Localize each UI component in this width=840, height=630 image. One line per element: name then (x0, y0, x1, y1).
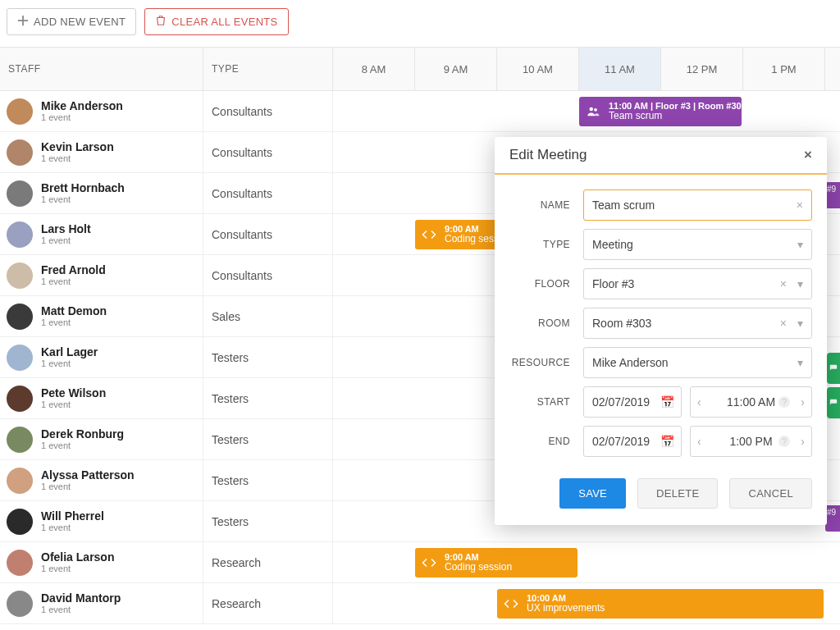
timeline-cell[interactable]: 9:00 AMCoding session (333, 542, 840, 582)
name-label: NAME (509, 199, 583, 211)
avatar (7, 262, 33, 289)
event-label: Team scrum (609, 111, 742, 121)
staff-row: Ofelia Larson 1 event Research 9:00 AMCo… (0, 542, 840, 583)
code-icon (504, 596, 518, 611)
type-select[interactable]: Meeting▾ (583, 229, 812, 260)
staff-name: David Mantorp (41, 592, 121, 605)
header-staff: STAFF (0, 48, 203, 90)
resource-select[interactable]: Mike Anderson▾ (583, 347, 812, 378)
add-event-label: ADD NEW EVENT (34, 16, 126, 28)
code-icon (422, 555, 436, 570)
clear-events-label: CLEAR ALL EVENTS (171, 16, 277, 28)
timeline-cell[interactable]: 10:00 AMUX improvements (333, 583, 840, 623)
staff-sub: 1 event (41, 194, 125, 204)
event-label: Coding session (445, 562, 512, 573)
staff-type: Testers (203, 501, 333, 541)
chevron-right-icon[interactable]: › (801, 435, 805, 448)
staff-name: Lars Holt (41, 223, 91, 235)
avatar (7, 468, 33, 494)
chevron-right-icon[interactable]: › (801, 395, 805, 409)
save-button[interactable]: SAVE (559, 478, 626, 509)
start-date-input[interactable]: 02/07/2019📅 (583, 386, 682, 418)
header-type: TYPE (203, 48, 333, 90)
edit-meeting-popup: Edit Meeting × NAME Team scrum× TYPE Mee… (495, 137, 827, 525)
avatar (7, 509, 33, 535)
team-icon (586, 104, 600, 119)
end-label: END (509, 436, 583, 447)
cancel-button[interactable]: CANCEL (729, 478, 812, 509)
chevron-left-icon[interactable]: ‹ (697, 435, 701, 448)
staff-type: Research (203, 542, 333, 582)
staff-type: Consultants (203, 255, 333, 295)
floor-label: FLOOR (509, 278, 583, 290)
clear-room-icon[interactable]: × (780, 317, 787, 330)
room-select[interactable]: Room #303×▾ (583, 308, 812, 339)
chevron-down-icon: ▾ (797, 356, 803, 369)
staff-sub: 1 event (41, 441, 124, 450)
time-header-slot[interactable]: 8 AM (333, 48, 415, 90)
staff-row: Mike Anderson 1 event Consultants 11:00 … (0, 91, 840, 132)
time-header-slot[interactable]: 12 PM (661, 48, 743, 90)
time-header-slot[interactable]: 1 PM (743, 48, 825, 90)
plus-icon (17, 15, 29, 29)
column-headers: STAFF TYPE 8 AM9 AM10 AM11 AM12 PM1 PM (0, 47, 840, 91)
name-input[interactable]: Team scrum× (583, 189, 812, 221)
staff-sub: 1 event (41, 153, 114, 163)
avatar (7, 550, 33, 576)
time-header-slot[interactable]: 11 AM (579, 48, 661, 90)
type-label: TYPE (509, 239, 583, 250)
chevron-down-icon: ▾ (797, 277, 803, 290)
clear-floor-icon[interactable]: × (780, 277, 787, 290)
staff-name: Alyssa Patterson (41, 469, 135, 482)
staff-type: Consultants (203, 214, 333, 254)
timeline-cell[interactable]: 11:00 AM | Floor #3 | Room #303Team scru… (333, 91, 840, 131)
delete-button[interactable]: DELETE (637, 478, 718, 509)
staff-sub: 1 event (41, 276, 106, 286)
event-peek[interactable]: #9 (825, 505, 840, 532)
clear-name-icon[interactable]: × (797, 199, 803, 212)
staff-sub: 1 event (41, 112, 123, 122)
close-icon[interactable]: × (804, 147, 812, 163)
chevron-left-icon[interactable]: ‹ (697, 395, 701, 409)
staff-type: Sales (203, 296, 333, 336)
staff-type: Testers (203, 378, 333, 418)
floor-select[interactable]: Floor #3×▾ (583, 268, 812, 299)
help-icon: ? (778, 396, 790, 408)
calendar-icon: 📅 (660, 435, 674, 448)
avatar (7, 98, 33, 125)
time-header-slot[interactable]: 10 AM (497, 48, 579, 90)
avatar (7, 591, 33, 617)
chevron-down-icon: ▾ (797, 317, 803, 330)
staff-type: Research (203, 583, 333, 623)
event-peek[interactable]: #9 (825, 182, 840, 208)
avatar (7, 427, 33, 453)
staff-name: Mike Anderson (41, 100, 123, 112)
end-time-input[interactable]: ‹1:00 PM?› (690, 426, 812, 457)
staff-type: Consultants (203, 173, 333, 213)
staff-sub: 1 event (41, 564, 114, 573)
staff-name: Pete Wilson (41, 387, 106, 399)
event-block[interactable]: 10:00 AMUX improvements (497, 589, 824, 619)
staff-sub: 1 event (41, 399, 106, 409)
staff-sub: 1 event (41, 235, 91, 245)
event-block[interactable]: 11:00 AM | Floor #3 | Room #303Team scru… (579, 97, 742, 126)
end-date-input[interactable]: 02/07/2019📅 (583, 426, 682, 457)
edge-notification-tab[interactable] (827, 387, 840, 418)
start-time-input[interactable]: ‹11:00 AM?› (690, 386, 812, 418)
staff-row: David Mantorp 1 event Research 10:00 AMU… (0, 583, 840, 624)
avatar (7, 386, 33, 412)
staff-sub: 1 event (41, 358, 98, 368)
chevron-down-icon: ▾ (797, 238, 803, 251)
avatar (7, 304, 33, 330)
add-event-button[interactable]: ADD NEW EVENT (7, 8, 136, 35)
trash-icon (155, 15, 167, 29)
staff-name: Fred Arnold (41, 264, 106, 276)
popup-title: Edit Meeting (509, 147, 587, 163)
event-block[interactable]: 9:00 AMCoding session (415, 548, 578, 578)
time-header-slot[interactable]: 9 AM (415, 48, 497, 90)
clear-events-button[interactable]: CLEAR ALL EVENTS (144, 8, 288, 35)
staff-sub: 1 event (41, 317, 107, 327)
staff-sub: 1 event (41, 605, 121, 614)
staff-type: Consultants (203, 132, 333, 172)
edge-notification-tab[interactable] (827, 353, 840, 384)
